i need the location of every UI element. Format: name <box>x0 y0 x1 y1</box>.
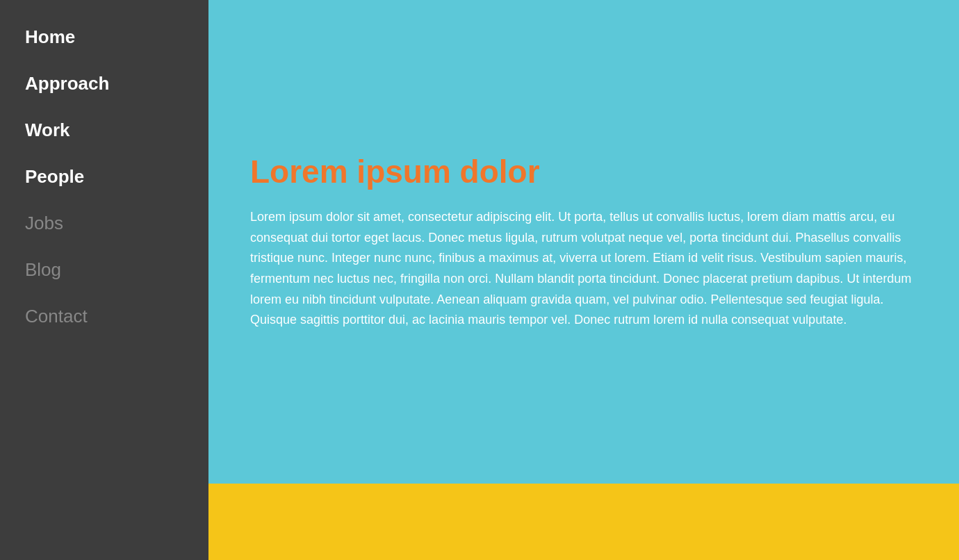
page-title: Lorem ipsum dolor <box>250 153 917 190</box>
sidebar-item-approach[interactable]: Approach <box>0 60 208 107</box>
sidebar: Home Approach Work People Jobs Blog Cont… <box>0 0 208 560</box>
sidebar-item-jobs[interactable]: Jobs <box>0 200 208 247</box>
page-body: Lorem ipsum dolor sit amet, consectetur … <box>250 207 917 331</box>
sidebar-item-blog[interactable]: Blog <box>0 247 208 293</box>
sidebar-item-home[interactable]: Home <box>0 14 208 60</box>
yellow-section <box>208 484 959 560</box>
cyan-section: Lorem ipsum dolor Lorem ipsum dolor sit … <box>208 0 959 484</box>
sidebar-item-work[interactable]: Work <box>0 107 208 154</box>
sidebar-item-people[interactable]: People <box>0 154 208 200</box>
sidebar-item-contact[interactable]: Contact <box>0 293 208 340</box>
main-content: Lorem ipsum dolor Lorem ipsum dolor sit … <box>208 0 959 560</box>
sidebar-nav: Home Approach Work People Jobs Blog Cont… <box>0 0 208 340</box>
